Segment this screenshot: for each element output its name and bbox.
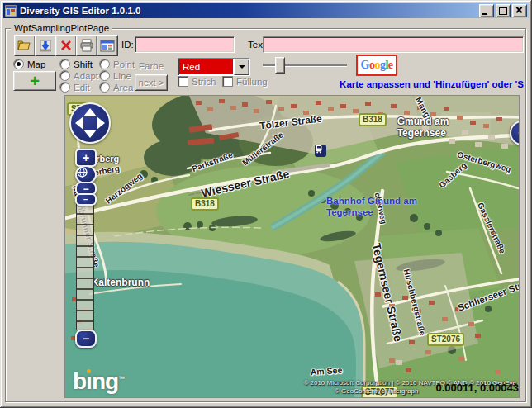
strich-checkbox-box (178, 76, 188, 87)
text-input[interactable] (263, 36, 524, 53)
zoom-in-button[interactable]: + (75, 149, 97, 167)
title-bar[interactable]: Diversity GIS Editor 1.0.1.0 (3, 3, 529, 18)
open-folder-icon (17, 39, 32, 52)
radio-shift-label: Shift (74, 59, 93, 69)
road-badge-b318-mid: B318 (191, 197, 219, 211)
window-title: Diversity GIS Editor 1.0.1.0 (20, 6, 140, 16)
slider-thumb[interactable] (275, 57, 285, 74)
app-window: Diversity GIS Editor 1.0.1.0 WpfSampling… (0, 0, 532, 408)
radio-line-circle (99, 70, 110, 81)
farbe-label: Farbe (139, 61, 164, 71)
bing-letter: ng (92, 368, 118, 394)
fullung-checkbox-box (222, 76, 233, 87)
bing-tm: ™ (118, 375, 124, 382)
radio-adapt-label: Adapt (74, 71, 98, 81)
zoom-level-track[interactable] (76, 203, 94, 330)
fullung-label: Füllung (236, 77, 268, 87)
minimize-icon (482, 13, 487, 15)
next-button-label: next > (139, 78, 164, 88)
strich-label: Strich (192, 77, 216, 87)
plus-icon: + (30, 73, 40, 89)
road-badge-st2076: ST2076 (427, 333, 464, 346)
pan-down-icon[interactable] (83, 130, 97, 138)
radio-edit[interactable]: Edit (59, 82, 90, 93)
color-dropdown[interactable]: Red (178, 58, 250, 76)
google-button[interactable]: Google (356, 55, 397, 76)
radio-line-label: Line (113, 71, 131, 81)
map-label-bahnhof: Bahnhof Gmund am Tegernsee (326, 195, 417, 218)
next-button[interactable]: next > (135, 74, 168, 91)
radio-shift-circle (59, 59, 70, 69)
radio-area-label: Area (113, 83, 133, 93)
hint-text: Karte anpassen und 'Hinzufügen' oder 'S (340, 79, 524, 89)
add-button[interactable]: + (13, 71, 56, 91)
radio-edit-label: Edit (74, 83, 90, 93)
google-letter: G (361, 59, 369, 72)
map-pan-dpad[interactable] (69, 102, 111, 144)
map-attribution-line2: © GeoContent (c) Intergraph (335, 387, 419, 395)
strich-checkbox[interactable]: Strich (178, 76, 216, 87)
print-button[interactable] (76, 35, 97, 56)
radio-map-label: Map (27, 59, 45, 69)
form-button[interactable] (97, 35, 118, 56)
radio-line[interactable]: Line (99, 70, 131, 81)
bing-letter: b (73, 368, 86, 394)
radio-map[interactable]: Map (13, 59, 45, 69)
close-button[interactable] (512, 4, 527, 17)
globe-icon (77, 167, 88, 178)
opacity-slider[interactable] (263, 56, 347, 73)
map-label-bahnhof-line1: Bahnhof Gmund am (326, 195, 417, 206)
map-label-gmund-line2: Tegernsee (397, 127, 449, 139)
pan-right-icon[interactable] (97, 116, 105, 130)
zoom-slider-handle-secondary[interactable]: − (75, 193, 97, 206)
radio-point-label: Point (113, 59, 135, 69)
radio-point[interactable]: Point (99, 59, 135, 69)
cursor-coordinates: 0.00011, 0.00043 (436, 382, 520, 394)
delete-x-icon (59, 39, 73, 52)
radio-edit-circle (59, 82, 70, 93)
map-canvas (65, 96, 519, 397)
radio-map-circle (13, 59, 24, 69)
train-station-icon[interactable] (315, 145, 326, 157)
maximize-icon (499, 7, 507, 15)
radio-adapt[interactable]: Adapt (59, 70, 98, 81)
printer-icon (79, 39, 94, 52)
bing-logo[interactable]: bıng™ (73, 370, 124, 393)
groupbox-label: WpfSamplingPlotPage (11, 23, 112, 33)
radio-adapt-circle (59, 70, 70, 81)
radio-area[interactable]: Area (99, 82, 133, 93)
color-dropdown-value: Red (179, 59, 233, 74)
save-button[interactable] (35, 35, 56, 56)
radio-shift[interactable]: Shift (59, 59, 93, 69)
zoom-out-button[interactable]: − (75, 330, 97, 348)
road-badge-b318-top: B318 (359, 113, 387, 126)
dropdown-button[interactable] (234, 59, 249, 75)
maximize-button[interactable] (496, 4, 511, 17)
radio-area-circle (99, 82, 110, 93)
open-button[interactable] (14, 35, 36, 56)
google-letter: e (388, 59, 393, 72)
id-label: ID: (121, 40, 134, 50)
id-input[interactable] (135, 36, 235, 53)
chevron-down-icon (239, 65, 245, 69)
map-label-bahnhof-line2: Tegernsee (326, 206, 417, 218)
map-label-kaltenbrunn: Kaltenbrunn (92, 277, 150, 288)
save-download-icon (38, 39, 53, 53)
bing-i-dot: ı (86, 368, 92, 394)
delete-button[interactable] (55, 35, 77, 56)
fullung-checkbox[interactable]: Füllung (222, 76, 268, 87)
minimize-button[interactable] (479, 4, 494, 17)
pan-up-icon[interactable] (83, 108, 97, 116)
app-icon (5, 5, 17, 17)
aerial-map[interactable]: ST2 B318 B318 ST2076 ST2077 Tölzer Straß… (65, 96, 519, 397)
radio-point-circle (99, 59, 110, 69)
form-properties-icon (100, 40, 115, 52)
pan-left-icon[interactable] (75, 116, 83, 130)
